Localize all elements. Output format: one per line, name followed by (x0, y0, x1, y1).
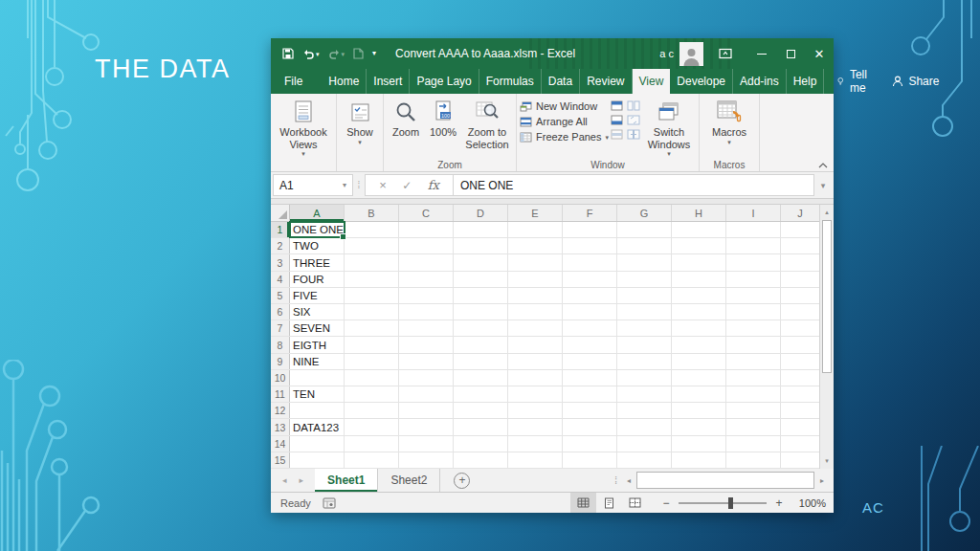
cell-B9[interactable] (345, 354, 399, 369)
cell-B8[interactable] (345, 337, 399, 352)
ribbon-tab-formulas[interactable]: Formulas (479, 69, 542, 94)
cell-C8[interactable] (399, 337, 454, 352)
cell-B2[interactable] (345, 238, 399, 253)
ribbon-tab-insert[interactable]: Insert (367, 69, 410, 94)
cell-C10[interactable] (399, 370, 454, 386)
macro-record-icon[interactable] (323, 497, 336, 509)
arrange-all-button[interactable]: Arrange All (520, 116, 609, 127)
ribbon-tab-review[interactable]: Review (580, 69, 632, 94)
split-icon[interactable] (611, 100, 623, 111)
column-header-j[interactable]: J (781, 205, 819, 221)
cell-G11[interactable] (617, 386, 672, 402)
row-header-7[interactable]: 7 (271, 320, 290, 336)
cell-D3[interactable] (454, 254, 508, 270)
cell-B4[interactable] (345, 272, 399, 287)
cell-C9[interactable] (399, 354, 454, 369)
cell-G9[interactable] (617, 354, 672, 369)
normal-view-button[interactable] (570, 493, 596, 513)
unhide-icon[interactable] (611, 129, 623, 140)
cell-E13[interactable] (508, 419, 563, 434)
new-window-button[interactable]: New Window (520, 100, 609, 112)
sheetbar-resize-handle[interactable]: ⁞ (611, 469, 621, 492)
cell-E5[interactable] (508, 288, 563, 303)
cell-E6[interactable] (508, 304, 563, 320)
macros-button[interactable]: Macros ▾ (702, 97, 756, 159)
ribbon-tab-home[interactable]: Home (322, 69, 367, 94)
cell-F7[interactable] (563, 320, 617, 336)
cell-H1[interactable] (672, 222, 726, 237)
cell-J3[interactable] (781, 254, 819, 270)
cell-H2[interactable] (672, 238, 726, 253)
row-header-9[interactable]: 9 (271, 354, 290, 369)
hide-icon[interactable] (611, 115, 623, 125)
cell-E9[interactable] (508, 354, 563, 369)
cell-G14[interactable] (617, 436, 672, 452)
name-box-caret-icon[interactable]: ▾ (337, 181, 352, 189)
workbook-views-button[interactable]: Workbook Views ▾ (274, 97, 333, 159)
cell-F3[interactable] (563, 254, 617, 270)
cell-F9[interactable] (563, 354, 617, 369)
new-sheet-button[interactable]: + (454, 473, 470, 489)
zoom-slider-thumb[interactable] (728, 497, 733, 509)
row-header-8[interactable]: 8 (271, 337, 290, 352)
cell-E7[interactable] (508, 320, 563, 336)
vertical-scrollbar[interactable]: ▴ ▾ (819, 205, 834, 469)
page-layout-view-button[interactable] (596, 493, 622, 513)
row-header-15[interactable]: 15 (271, 452, 290, 468)
cell-C13[interactable] (399, 419, 454, 434)
cell-F8[interactable] (563, 337, 617, 352)
cell-B3[interactable] (345, 254, 399, 270)
close-button[interactable]: ✕ (805, 38, 834, 69)
ribbon-display-options-icon[interactable] (711, 38, 740, 69)
cell-E14[interactable] (508, 436, 563, 452)
sheet-prev-icon[interactable]: ◂ (282, 475, 287, 485)
cell-D8[interactable] (454, 337, 508, 352)
cell-I14[interactable] (726, 436, 781, 452)
save-icon[interactable] (282, 48, 294, 59)
row-header-10[interactable]: 10 (271, 370, 290, 386)
cell-A12[interactable] (290, 403, 345, 418)
document-tool-icon[interactable] (353, 48, 364, 59)
zoom-100-button[interactable]: 100 100% (425, 97, 461, 159)
cell-D11[interactable] (454, 386, 508, 402)
cell-D6[interactable] (454, 304, 508, 320)
row-header-4[interactable]: 4 (271, 272, 290, 287)
collapse-ribbon-icon[interactable] (818, 163, 828, 168)
ribbon-tab-develope[interactable]: Develope (670, 69, 733, 94)
cell-A15[interactable] (290, 452, 345, 468)
cell-F4[interactable] (563, 272, 617, 287)
maximize-button[interactable] (776, 38, 805, 69)
cell-H14[interactable] (672, 436, 726, 452)
cell-G13[interactable] (617, 419, 672, 434)
show-button[interactable]: Show ▾ (340, 97, 380, 159)
row-header-6[interactable]: 6 (271, 304, 290, 320)
cell-G3[interactable] (617, 254, 672, 270)
cell-I5[interactable] (726, 288, 781, 303)
undo-icon[interactable]: ▾ (302, 49, 320, 59)
scroll-left-icon[interactable]: ◂ (621, 469, 636, 492)
cell-I13[interactable] (726, 419, 781, 434)
redo-icon[interactable]: ▾ (328, 49, 345, 59)
cell-C7[interactable] (399, 320, 454, 336)
cell-J2[interactable] (781, 238, 819, 253)
cell-E3[interactable] (508, 254, 563, 270)
zoom-out-icon[interactable]: − (661, 496, 671, 510)
cell-B7[interactable] (345, 320, 399, 336)
horizontal-scrollbar[interactable]: ◂ ▸ (621, 469, 830, 492)
cell-A13[interactable]: DATA123 (290, 419, 345, 434)
cell-B15[interactable] (345, 452, 399, 468)
cell-H3[interactable] (672, 254, 726, 270)
cell-D7[interactable] (454, 320, 508, 336)
cell-C14[interactable] (399, 436, 454, 452)
cell-D5[interactable] (454, 288, 508, 303)
ribbon-tab-page-layo[interactable]: Page Layo (410, 69, 479, 94)
cell-J4[interactable] (781, 272, 819, 287)
reset-window-position-icon[interactable] (627, 129, 640, 140)
cell-B10[interactable] (345, 370, 399, 386)
cell-E11[interactable] (508, 386, 563, 402)
select-all-corner[interactable] (271, 205, 290, 221)
cell-A6[interactable]: SIX (290, 304, 345, 320)
cell-D15[interactable] (454, 452, 508, 468)
cell-J1[interactable] (781, 222, 819, 237)
cell-H13[interactable] (672, 419, 726, 434)
